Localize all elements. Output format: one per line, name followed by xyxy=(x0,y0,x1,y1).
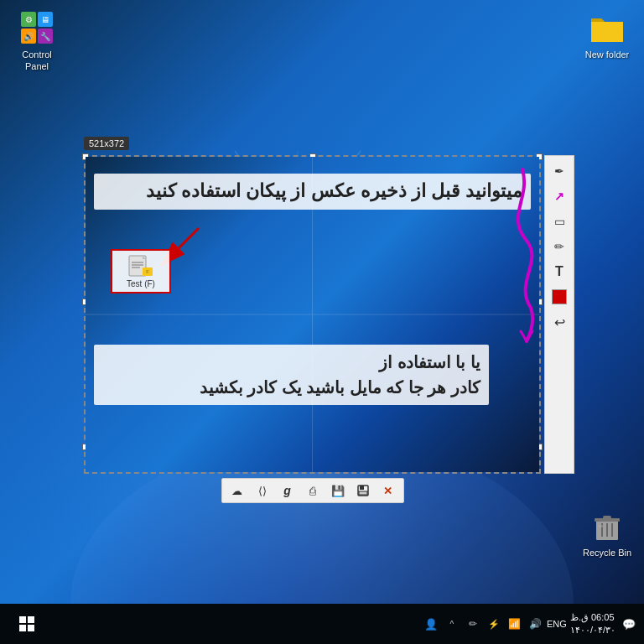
svg-rect-20 xyxy=(598,525,603,527)
share-btn[interactable]: ⟨⟩ xyxy=(251,480,274,501)
color-btn[interactable] xyxy=(548,285,571,309)
svg-text:🔊: 🔊 xyxy=(23,31,34,42)
wifi-icon[interactable]: 📶 xyxy=(506,615,523,632)
recycle-bin-label: Recycle Bin xyxy=(583,547,631,558)
svg-rect-38 xyxy=(28,625,34,631)
persian-text-bottom-line2: کادر هر جا که مایل باشید یک کادر بکشید xyxy=(102,375,480,400)
search-web-btn[interactable]: g xyxy=(276,480,299,501)
pen-tool-btn[interactable]: ✒ xyxy=(548,159,571,183)
svg-text:F: F xyxy=(146,269,149,274)
clock-date: ۱۴۰۰/۰۴/۳۰ xyxy=(570,624,615,636)
clock-time: 06:05 ق.ظ xyxy=(570,611,615,624)
unknown-icon[interactable]: ⚡ xyxy=(486,615,502,632)
svg-text:🖥: 🖥 xyxy=(41,15,49,24)
screenshot-content: میتوانید قبل از ذخیره عکس از پیکان استفا… xyxy=(86,157,539,472)
taskbar-left xyxy=(7,604,47,644)
svg-rect-37 xyxy=(19,625,26,631)
svg-rect-35 xyxy=(19,616,26,623)
recycle-bin-icon[interactable]: Recycle Bin xyxy=(577,505,637,562)
svg-rect-36 xyxy=(28,616,34,623)
control-panel-label: Control Panel xyxy=(10,49,64,73)
svg-rect-34 xyxy=(359,491,367,495)
highlight-tool-btn[interactable]: ✏ xyxy=(548,235,571,258)
new-folder-icon-img xyxy=(589,10,625,45)
text-tool-btn[interactable]: T xyxy=(548,260,571,283)
close-snip-btn[interactable]: ✕ xyxy=(377,480,400,501)
clock[interactable]: 06:05 ق.ظ ۱۴۰۰/۰۴/۳۰ xyxy=(570,611,615,637)
pen-icon[interactable]: ✏ xyxy=(465,615,481,632)
undo-btn[interactable]: ↩ xyxy=(548,310,571,334)
chevron-icon[interactable]: ^ xyxy=(444,615,460,632)
start-button[interactable] xyxy=(7,604,47,644)
new-folder-icon[interactable]: New folder xyxy=(577,7,637,64)
system-tray: 👤 ^ ✏ ⚡ 📶 🔊 ENG xyxy=(423,615,565,632)
taskbar-right: 👤 ^ ✏ ⚡ 📶 🔊 ENG 06:05 ق.ظ ۱۴۰۰/۰۴/۳۰ 💬 xyxy=(423,611,637,637)
volume-icon[interactable]: 🔊 xyxy=(527,615,544,632)
color-swatch xyxy=(552,289,567,304)
desktop: ⚙ 🖥 🔊 🔧 Control Panel New folder xyxy=(0,0,644,604)
svg-text:⚙: ⚙ xyxy=(25,15,33,24)
language-indicator[interactable]: ENG xyxy=(548,615,565,632)
svg-text:🔧: 🔧 xyxy=(40,31,51,42)
print-btn[interactable]: ⎙ xyxy=(301,480,325,501)
recycle-bin-icon-img xyxy=(589,508,625,543)
bottom-toolbar: ☁ ⟨⟩ g ⎙ 💾 ✕ xyxy=(221,478,404,503)
save-as-btn[interactable] xyxy=(351,480,375,501)
file-icon-label: Test (F) xyxy=(127,279,155,288)
file-icon-box[interactable]: F Test (F) xyxy=(111,249,171,293)
persian-text-bottom-line1: یا با استفاده از xyxy=(102,350,480,375)
right-toolbar: ✒ ↗ ▭ ✏ T ↩ xyxy=(544,155,574,474)
svg-rect-16 xyxy=(603,516,611,519)
svg-rect-33 xyxy=(360,486,364,490)
persian-text-top: میتوانید قبل از ذخیره عکس از پیکان استفا… xyxy=(94,174,531,210)
rect-tool-btn[interactable]: ▭ xyxy=(548,210,571,233)
snipping-overlay: 521x372 میتوانید قبل از ذخیره عکس از پیک… xyxy=(84,155,541,499)
purple-squiggle xyxy=(489,165,531,333)
arrow-tool-btn[interactable]: ↗ xyxy=(548,184,571,208)
cloud-btn[interactable]: ☁ xyxy=(226,480,249,501)
save-btn[interactable]: 💾 xyxy=(326,480,350,501)
taskbar: 👤 ^ ✏ ⚡ 📶 🔊 ENG 06:05 ق.ظ ۱۴۰۰/۰۴/۳۰ 💬 xyxy=(0,604,644,644)
control-panel-icon-img: ⚙ 🖥 🔊 🔧 xyxy=(19,10,55,45)
notification-icon[interactable]: 💬 xyxy=(621,615,637,632)
person-icon[interactable]: 👤 xyxy=(423,615,439,632)
dimension-label: 521x372 xyxy=(84,137,129,150)
control-panel-icon[interactable]: ⚙ 🖥 🔊 🔧 Control Panel xyxy=(7,7,67,76)
new-folder-label: New folder xyxy=(585,49,630,60)
persian-text-bottom: یا با استفاده از کادر هر جا که مایل باشی… xyxy=(94,345,489,405)
